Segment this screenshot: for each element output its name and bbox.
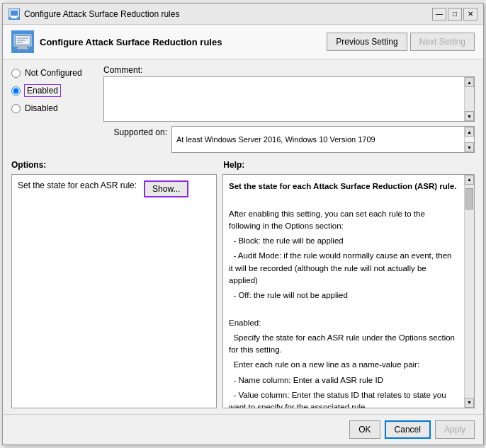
enabled-label: Enabled: [25, 85, 60, 96]
right-section: Comment: ▲ ▼ Supported on: At: [103, 65, 475, 153]
supported-label: Supported on:: [103, 126, 167, 137]
svg-rect-5: [18, 46, 27, 48]
help-line-5: Enabled:: [229, 317, 457, 329]
minimize-button[interactable]: —: [432, 8, 446, 21]
help-line-7: Enter each rule on a new line as a name-…: [229, 359, 457, 371]
content-area: Not Configured Enabled Disabled Comment:: [3, 59, 483, 414]
help-scroll-up[interactable]: ▲: [465, 175, 474, 185]
header-icon: [11, 30, 34, 53]
svg-rect-0: [10, 10, 18, 16]
comment-textarea-wrapper: ▲ ▼: [103, 76, 475, 122]
footer-bar: OK Cancel Apply: [3, 414, 483, 444]
options-section-label: Options:: [11, 160, 46, 170]
window-title: Configure Attack Surface Reduction rules: [24, 9, 179, 19]
comment-textarea[interactable]: [104, 77, 464, 121]
show-button[interactable]: Show...: [144, 180, 188, 197]
help-line-0: Set the state for each Attack Surface Re…: [229, 180, 457, 193]
maximize-button[interactable]: □: [448, 8, 462, 21]
window-controls: — □ ✕: [432, 8, 477, 21]
help-line-8: - Name column: Enter a valid ASR rule ID: [229, 374, 457, 386]
disabled-label: Disabled: [25, 103, 58, 113]
title-bar-left: Configure Attack Surface Reduction rules: [9, 8, 179, 20]
help-line-4: - Off: the rule will not be applied: [229, 289, 457, 301]
help-line-2: - Block: the rule will be applied: [229, 235, 457, 247]
main-window: Configure Attack Surface Reduction rules…: [2, 3, 484, 445]
enabled-option[interactable]: Enabled: [11, 84, 103, 98]
apply-button[interactable]: Apply: [435, 420, 475, 439]
help-scrollbar: ▲ ▼: [464, 175, 474, 408]
supported-scroll-track: [465, 137, 474, 142]
comment-label: Comment:: [103, 65, 475, 75]
comment-scroll-track: [465, 87, 474, 111]
help-scroll-thumb[interactable]: [465, 188, 473, 209]
help-section-label: Help:: [223, 160, 244, 170]
options-help-labels: Options: Help:: [11, 160, 475, 170]
header-nav-buttons: Previous Setting Next Setting: [327, 33, 475, 51]
header-title: Configure Attack Surface Reduction rules: [40, 37, 222, 47]
svg-rect-6: [17, 48, 28, 50]
disabled-option[interactable]: Disabled: [11, 102, 103, 115]
bottom-panels: Set the state for each ASR rule: Show...…: [11, 174, 475, 408]
supported-value-box: At least Windows Server 2016, Windows 10…: [171, 126, 475, 153]
supported-scroll-up[interactable]: ▲: [465, 127, 474, 137]
supported-scrollbar: ▲ ▼: [464, 127, 474, 152]
supported-box-wrapper: At least Windows Server 2016, Windows 10…: [171, 126, 475, 153]
top-row: Not Configured Enabled Disabled Comment:: [11, 65, 475, 153]
help-line-3: - Audit Mode: if the rule would normally…: [229, 250, 457, 287]
help-line-6: Specify the state for each ASR rule unde…: [229, 332, 457, 357]
comment-scroll-down[interactable]: ▼: [465, 111, 474, 121]
options-panel: Set the state for each ASR rule: Show...: [11, 174, 217, 408]
supported-scroll-down[interactable]: ▼: [465, 142, 474, 152]
comment-scrollbar: ▲ ▼: [464, 77, 474, 121]
next-setting-button[interactable]: Next Setting: [410, 33, 475, 51]
not-configured-label: Not Configured: [25, 68, 82, 78]
header-title-area: Configure Attack Surface Reduction rules: [11, 30, 222, 53]
help-content: Set the state for each Attack Surface Re…: [229, 180, 468, 408]
comment-scroll-up[interactable]: ▲: [465, 77, 474, 87]
title-bar: Configure Attack Surface Reduction rules…: [3, 4, 483, 25]
comment-area: Comment: ▲ ▼: [103, 65, 475, 122]
help-line-9: - Value column: Enter the status ID that…: [229, 389, 457, 408]
asr-label: Set the state for each ASR rule:: [18, 180, 137, 190]
not-configured-option[interactable]: Not Configured: [11, 67, 103, 79]
ok-button[interactable]: OK: [349, 420, 380, 439]
window-icon: [9, 8, 20, 20]
help-scroll-down[interactable]: ▼: [465, 398, 474, 408]
header-bar: Configure Attack Surface Reduction rules…: [3, 25, 483, 59]
close-button[interactable]: ✕: [463, 8, 477, 21]
help-scroll-track: [465, 185, 474, 398]
cancel-button[interactable]: Cancel: [385, 420, 431, 439]
supported-value: At least Windows Server 2016, Windows 10…: [176, 135, 375, 144]
supported-row: Supported on: At least Windows Server 20…: [103, 126, 475, 153]
help-panel: Set the state for each Attack Surface Re…: [222, 174, 475, 408]
svg-rect-1: [11, 16, 17, 18]
previous-setting-button[interactable]: Previous Setting: [327, 33, 407, 51]
svg-rect-2: [11, 18, 18, 18]
radio-group: Not Configured Enabled Disabled: [11, 65, 103, 153]
help-line-1: After enabling this setting, you can set…: [229, 208, 457, 233]
